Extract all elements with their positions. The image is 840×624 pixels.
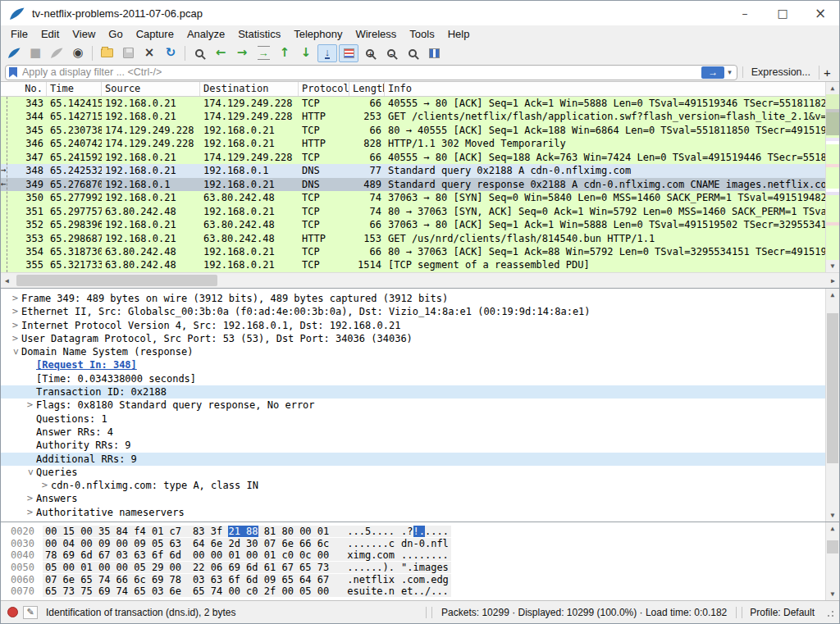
packet-list-hscrollbar[interactable]: ◀ ▶	[1, 272, 839, 288]
menu-file[interactable]: File	[4, 26, 34, 42]
bytes-text[interactable]: ximg.com	[347, 549, 395, 561]
detail-line[interactable]: >Ethernet II, Src: Globalsc_00:3b:0a (f0…	[1, 305, 839, 318]
hex-row-0020[interactable]: 002000 15 00 35 84 f4 01 c783 3f 21 88 8…	[1, 526, 839, 538]
bytes-text[interactable]: esuite.n	[347, 585, 395, 597]
capture-options-icon[interactable]: ◉	[68, 44, 88, 62]
scrollbar-thumb[interactable]	[826, 109, 839, 135]
bytes-text[interactable]: .com.edg	[401, 574, 449, 585]
save-file-icon[interactable]	[118, 44, 138, 62]
scroll-up-icon[interactable]: ▲	[826, 289, 839, 301]
bytes-text[interactable]: 65 74 00 c0 2f 00 05 00	[193, 585, 329, 597]
detail-line[interactable]: >Authoritative nameservers	[1, 506, 839, 519]
expert-info-icon[interactable]	[7, 607, 18, 617]
column-header-time[interactable]: Time	[47, 82, 102, 96]
menu-edit[interactable]: Edit	[34, 26, 66, 42]
detail-line[interactable]: >Queries	[1, 466, 839, 479]
auto-scroll-icon[interactable]: ↓	[317, 44, 337, 62]
packet-row-350[interactable]: 35065.277992192.168.0.2163.80.242.48TCP7…	[1, 191, 839, 204]
start-capture-icon[interactable]	[4, 44, 24, 62]
packet-list-minimap[interactable]	[826, 94, 839, 260]
scrollbar-thumb[interactable]	[827, 313, 838, 463]
bytes-text[interactable]: .netflix	[347, 574, 395, 585]
bytes-text[interactable]: ....	[425, 526, 449, 537]
bytes-text[interactable]: 78 69 6d 67 03 63 6f 6d	[45, 549, 181, 561]
stop-capture-icon[interactable]: ■	[25, 44, 45, 62]
selected-bytes[interactable]: 21 88	[228, 526, 258, 537]
menu-capture[interactable]: Capture	[130, 26, 180, 42]
expand-arrow-icon[interactable]: >	[9, 319, 21, 332]
restart-capture-icon[interactable]	[47, 44, 66, 62]
hex-bytes[interactable]: 78 69 6d 67 03 63 6f 6d00 00 01 00 01 c0…	[43, 549, 451, 561]
detail-line[interactable]: >Flags: 0x8180 Standard query response, …	[1, 399, 839, 412]
capture-comment-icon[interactable]: ✎	[23, 606, 38, 619]
close-file-icon[interactable]: ×	[139, 44, 159, 62]
expand-arrow-icon[interactable]: >	[39, 479, 51, 492]
menu-view[interactable]: View	[66, 26, 102, 42]
display-filter-input[interactable]: Apply a display filter ... <Ctrl-/> → ▾	[5, 65, 737, 80]
detail-vscrollbar[interactable]: ▲ ▼	[825, 289, 839, 522]
packet-row-343[interactable]: 34365.142415192.168.0.21174.129.249.228T…	[1, 97, 839, 110]
bytes-text[interactable]: ".images	[401, 562, 449, 573]
bytes-text[interactable]: 05 00 01 00 00 05 29 00	[45, 562, 181, 573]
column-header-protocol[interactable]: Protocol	[299, 82, 349, 96]
bytes-text[interactable]: ...5....	[347, 526, 395, 537]
filter-bookmark-icon[interactable]	[9, 67, 17, 78]
resize-grip[interactable]	[824, 608, 834, 617]
bytes-text[interactable]: 22 06 69 6d 61 67 65 73	[193, 562, 329, 573]
hex-bytes[interactable]: 00 15 00 35 84 f4 01 c783 3f 21 88 81 80…	[43, 526, 451, 537]
detail-line[interactable]: [Time: 0.034338000 seconds]	[1, 372, 839, 385]
column-header-length[interactable]: Length	[349, 82, 385, 96]
field-link[interactable]: [Request In: 348]	[36, 358, 137, 371]
close-button[interactable]: ×	[801, 1, 839, 25]
go-back-icon[interactable]: ←	[211, 44, 231, 62]
zoom-original-icon[interactable]	[403, 44, 422, 62]
bytes-text[interactable]: 81 80 00 01	[258, 526, 330, 537]
hex-row-0030[interactable]: 003000 04 00 09 00 09 05 6364 6e 2d 30 0…	[1, 538, 839, 550]
bytes-text[interactable]: dn-0.nfl	[401, 538, 449, 549]
zoom-in-icon[interactable]: +	[360, 44, 380, 62]
bytes-text[interactable]: 65 73 75 69 74 65 03 6e	[45, 585, 181, 597]
detail-line[interactable]: >cdn-0.nflximg.com: type A, class IN	[1, 479, 839, 492]
hex-row-0060[interactable]: 006007 6e 65 74 66 6c 69 7803 63 6f 6d 0…	[1, 574, 839, 586]
detail-line[interactable]: Authority RRs: 9	[1, 439, 839, 452]
packet-list-vscrollbar[interactable]: ▲ ▼	[825, 82, 839, 272]
zoom-out-icon[interactable]: –	[381, 44, 401, 62]
detail-line[interactable]: >Domain Name System (response)	[1, 345, 839, 358]
expression-button[interactable]: Expression...	[742, 66, 819, 78]
bytes-text[interactable]: 00 04 00 09 00 09 05 63	[45, 538, 181, 549]
detail-line[interactable]: >Frame 349: 489 bytes on wire (3912 bits…	[1, 292, 839, 305]
hscroll-thumb[interactable]	[16, 275, 217, 286]
detail-line[interactable]: >User Datagram Protocol, Src Port: 53 (5…	[1, 332, 839, 345]
detail-scroll-track[interactable]	[826, 301, 839, 509]
menu-analyze[interactable]: Analyze	[180, 26, 231, 42]
go-last-packet-icon[interactable]: ↓	[296, 44, 316, 62]
menu-telephony[interactable]: Telephony	[287, 26, 349, 42]
bytes-text[interactable]: 83 3f	[193, 526, 228, 537]
bytes-text[interactable]: ......).	[347, 562, 395, 573]
scroll-down-icon[interactable]: ▼	[826, 509, 839, 522]
selected-bytes[interactable]: !.	[413, 526, 425, 537]
go-forward-icon[interactable]: →	[232, 44, 252, 62]
packet-row-354[interactable]: 35465.31873063.80.242.48192.168.0.21TCP6…	[1, 245, 839, 258]
packet-row-352[interactable]: 35265.298396192.168.0.2163.80.242.48TCP6…	[1, 218, 839, 231]
menu-help[interactable]: Help	[441, 26, 477, 42]
collapse-arrow-icon[interactable]: >	[8, 346, 21, 358]
menu-wireless[interactable]: Wireless	[349, 26, 403, 42]
collapse-arrow-icon[interactable]: >	[23, 467, 36, 479]
expand-arrow-icon[interactable]: >	[9, 332, 21, 345]
menu-statistics[interactable]: Statistics	[231, 26, 287, 42]
detail-line[interactable]: Transaction ID: 0x2188	[1, 385, 839, 399]
reload-file-icon[interactable]: ↻	[161, 44, 180, 62]
go-to-packet-icon[interactable]: →	[253, 44, 273, 62]
bytes-text[interactable]: 07 6e 65 74 66 6c 69 78	[45, 574, 181, 585]
menu-tools[interactable]: Tools	[403, 26, 441, 42]
find-packet-icon[interactable]	[189, 44, 209, 62]
filter-history-caret-icon[interactable]: ▾	[724, 68, 735, 76]
hex-bytes[interactable]: 07 6e 65 74 66 6c 69 7803 63 6f 6d 09 65…	[43, 574, 451, 585]
detail-line[interactable]: Questions: 1	[1, 412, 839, 426]
bytes-scroll-track[interactable]	[826, 535, 839, 588]
hex-row-0040[interactable]: 004078 69 6d 67 03 63 6f 6d00 00 01 00 0…	[1, 549, 839, 562]
packet-row-346[interactable]: 34665.240742174.129.249.228192.168.0.21H…	[1, 137, 839, 150]
detail-line[interactable]: [Request In: 348]	[1, 358, 839, 371]
expand-arrow-icon[interactable]: >	[9, 305, 21, 318]
